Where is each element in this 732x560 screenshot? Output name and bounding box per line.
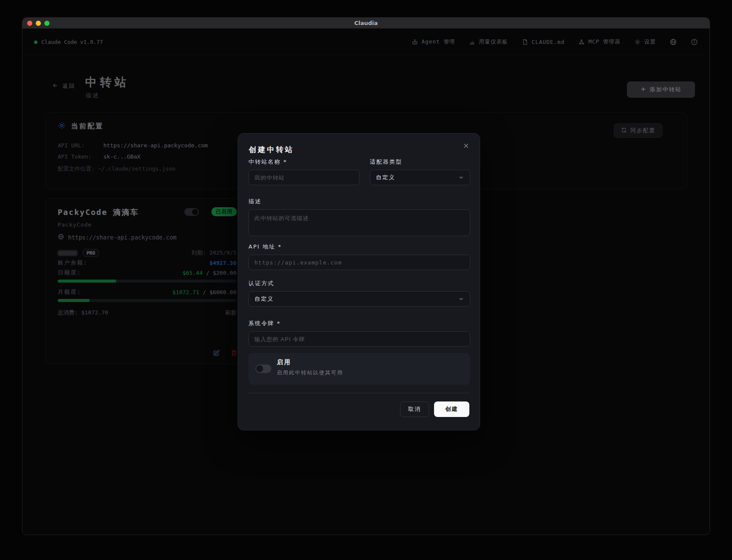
chevron-down-icon (458, 296, 464, 302)
cancel-button[interactable]: 取消 (400, 401, 429, 417)
system-token-label: 系统令牌 * (248, 320, 470, 327)
enable-panel: 启用 启用此中转站以使其可用 (248, 353, 470, 385)
system-token-input[interactable] (248, 331, 470, 347)
close-modal-button[interactable] (460, 140, 472, 152)
auth-method-value: 自定义 (254, 295, 274, 303)
app-window: Claudia Claude Code v1.0.77 Agent 管理 用量仪… (22, 17, 710, 535)
api-address-label: API 地址 * (248, 243, 470, 251)
create-station-modal: 创建中转站 中转站名称 * 适配器类型 自定义 描述 API 地址 * (238, 133, 480, 430)
enable-description: 启用此中转站以使其可用 (277, 369, 343, 376)
create-button[interactable]: 创建 (434, 401, 469, 417)
api-address-input[interactable] (248, 255, 470, 270)
adapter-type-value: 自定义 (376, 174, 395, 181)
adapter-type-label: 适配器类型 (370, 158, 470, 166)
close-icon (463, 143, 469, 149)
window-title: Claudia (22, 18, 710, 29)
modal-divider (248, 393, 470, 393)
desktop-background: Claudia Claude Code v1.0.77 Agent 管理 用量仪… (0, 0, 732, 560)
description-label: 描述 (248, 198, 470, 205)
description-textarea[interactable] (248, 209, 470, 236)
titlebar: Claudia (22, 18, 710, 29)
toggle-knob (256, 365, 263, 372)
station-name-input[interactable] (248, 170, 360, 185)
enable-toggle[interactable] (255, 364, 271, 373)
auth-method-select[interactable]: 自定义 (248, 291, 470, 307)
chevron-down-icon (458, 174, 464, 180)
auth-method-label: 认证方式 (248, 280, 470, 287)
adapter-type-select[interactable]: 自定义 (370, 170, 470, 185)
station-name-label: 中转站名称 * (248, 158, 360, 166)
modal-title: 创建中转站 (249, 145, 294, 155)
enable-title: 启用 (277, 358, 292, 366)
